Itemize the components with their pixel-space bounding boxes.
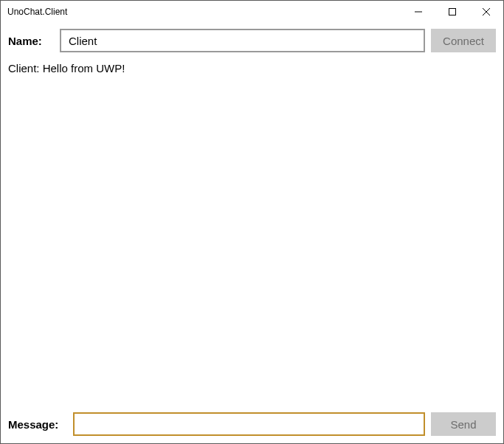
minimize-icon bbox=[415, 8, 422, 15]
name-input[interactable] bbox=[60, 29, 425, 52]
window-controls bbox=[401, 1, 503, 23]
minimize-button[interactable] bbox=[401, 1, 435, 23]
message-log: Client: Hello from UWP! bbox=[8, 60, 496, 408]
svg-rect-1 bbox=[449, 9, 456, 15]
name-label: Name: bbox=[8, 35, 54, 47]
app-window: UnoChat.Client Name: Connect Client: Hel… bbox=[0, 0, 504, 444]
connect-button[interactable]: Connect bbox=[431, 29, 496, 52]
maximize-icon bbox=[449, 8, 456, 15]
content-area: Name: Connect Client: Hello from UWP! Me… bbox=[1, 23, 503, 443]
send-button[interactable]: Send bbox=[431, 412, 496, 436]
message-row: Message: Send bbox=[8, 412, 496, 436]
maximize-button[interactable] bbox=[435, 1, 469, 23]
message-input[interactable] bbox=[73, 412, 425, 436]
message-label: Message: bbox=[8, 418, 67, 431]
titlebar: UnoChat.Client bbox=[1, 1, 503, 23]
name-row: Name: Connect bbox=[8, 29, 496, 52]
close-icon bbox=[483, 8, 490, 15]
log-line: Client: Hello from UWP! bbox=[8, 61, 496, 76]
close-button[interactable] bbox=[469, 1, 503, 23]
window-title: UnoChat.Client bbox=[7, 7, 401, 17]
